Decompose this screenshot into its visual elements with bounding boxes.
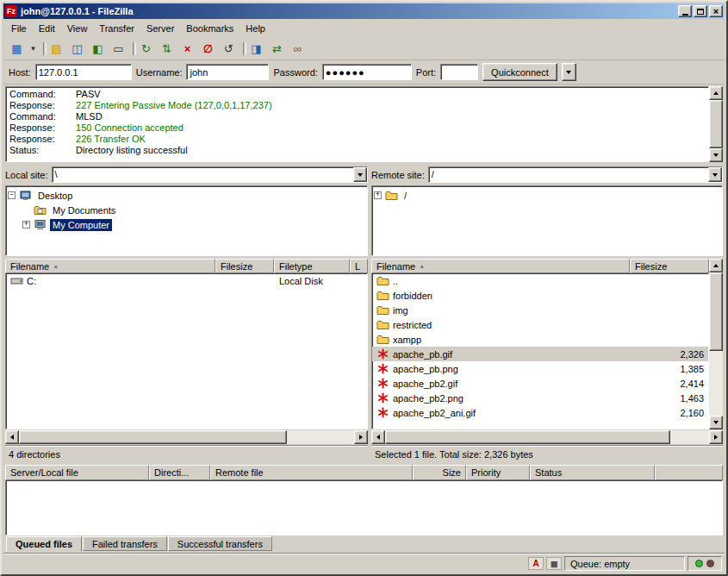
process-queue-button[interactable]: ⇅ bbox=[157, 40, 177, 58]
scrollbar-track[interactable] bbox=[709, 100, 723, 148]
toggle-tree-view-button[interactable]: ◫ bbox=[67, 40, 87, 58]
file-row[interactable]: apache_pb2.png 1,463 bbox=[372, 391, 708, 405]
column-header[interactable]: Filetype bbox=[274, 259, 350, 273]
remote-site-label: Remote site: bbox=[371, 170, 425, 180]
file-row[interactable]: apache_pb.png 1,385 bbox=[372, 361, 708, 376]
remote-vertical-scrollbar[interactable] bbox=[709, 259, 723, 429]
reconnect-button[interactable]: ↺ bbox=[219, 40, 239, 58]
scroll-up-button[interactable] bbox=[709, 86, 723, 100]
queue-column-header[interactable] bbox=[655, 465, 723, 480]
host-input[interactable] bbox=[35, 64, 132, 80]
tree-item[interactable]: + / bbox=[374, 188, 720, 203]
file-row[interactable]: xampp bbox=[372, 332, 708, 347]
queue-tab[interactable]: Successful transfers bbox=[168, 536, 272, 551]
transfer-queue-list[interactable] bbox=[5, 480, 723, 535]
quickconnect-dropdown-button[interactable] bbox=[562, 63, 576, 81]
file-row[interactable]: forbidden bbox=[372, 288, 708, 303]
site-manager-dropdown[interactable]: ▼ bbox=[28, 40, 39, 58]
scrollbar-track[interactable] bbox=[709, 272, 723, 416]
scroll-left-button[interactable] bbox=[371, 430, 385, 444]
scrollbar-thumb[interactable] bbox=[19, 430, 287, 444]
menu-item[interactable]: View bbox=[61, 21, 94, 36]
column-header-label: Filename bbox=[376, 261, 415, 272]
queue-column-header[interactable]: Priority bbox=[466, 465, 530, 480]
queue-column-header[interactable]: Directi... bbox=[149, 465, 210, 480]
toggle-queue-button[interactable]: ▭ bbox=[109, 40, 128, 58]
menu-item[interactable]: Transfer bbox=[93, 21, 140, 36]
tree-expander[interactable]: - bbox=[8, 191, 16, 199]
remote-site-dropdown-button[interactable] bbox=[708, 167, 722, 182]
synchronized-browsing-button[interactable]: ⇄ bbox=[267, 40, 287, 58]
tree-expander[interactable]: + bbox=[374, 191, 382, 199]
quickconnect-button[interactable]: Quickconnect bbox=[482, 63, 557, 81]
scroll-down-button[interactable] bbox=[709, 148, 723, 162]
menu-item[interactable]: Help bbox=[240, 21, 271, 36]
maximize-button[interactable] bbox=[694, 5, 707, 17]
transfer-queue-header: Server/Local file Directi... Remote file… bbox=[5, 465, 723, 480]
tree-expander[interactable]: + bbox=[22, 221, 30, 229]
close-button[interactable]: × bbox=[709, 5, 723, 17]
local-horizontal-scrollbar[interactable] bbox=[5, 430, 368, 444]
find-files-button[interactable]: ∞ bbox=[288, 40, 308, 58]
queue-column-header[interactable]: Remote file bbox=[210, 465, 413, 480]
scroll-up-button[interactable] bbox=[709, 259, 723, 272]
local-site-dropdown-button[interactable] bbox=[353, 167, 367, 182]
queue-tab[interactable]: Failed transfers bbox=[83, 536, 167, 551]
queue-column-header[interactable]: Size bbox=[413, 465, 466, 480]
menu-item[interactable]: Edit bbox=[33, 21, 61, 36]
scrollbar-thumb[interactable] bbox=[709, 100, 723, 148]
directory-comparison-button[interactable]: ◨ bbox=[246, 40, 266, 58]
column-header[interactable]: Filesize bbox=[630, 259, 709, 273]
file-row[interactable]: img bbox=[372, 303, 708, 317]
menu-item[interactable]: File bbox=[5, 21, 33, 36]
log-scrollbar[interactable] bbox=[709, 86, 723, 162]
tree-item[interactable]: My Documents bbox=[8, 203, 365, 217]
menu-item[interactable]: Bookmarks bbox=[180, 21, 240, 36]
scroll-down-button[interactable] bbox=[709, 416, 723, 429]
refresh-button[interactable]: ↻ bbox=[136, 40, 156, 58]
scrollbar-thumb[interactable] bbox=[709, 272, 723, 351]
scrollbar-thumb[interactable] bbox=[385, 430, 670, 444]
tree-item[interactable]: - Desktop bbox=[8, 188, 365, 203]
remote-file-list[interactable]: .. forbidden bbox=[371, 273, 709, 429]
scroll-right-button[interactable] bbox=[709, 430, 723, 444]
queue-column-header[interactable]: Server/Local file bbox=[5, 465, 149, 480]
toggle-local-pane-button[interactable]: ◧ bbox=[88, 40, 108, 58]
column-header[interactable]: Filesize bbox=[215, 259, 274, 273]
site-manager-button[interactable]: ▦ bbox=[7, 40, 27, 58]
local-file-list[interactable]: C: Local Disk bbox=[5, 273, 368, 429]
remote-horizontal-scrollbar[interactable] bbox=[371, 430, 723, 444]
queue-column-header[interactable]: Status bbox=[530, 465, 655, 480]
file-row[interactable]: restricted bbox=[372, 317, 708, 332]
file-row[interactable]: apache_pb.gif 2,326 bbox=[372, 347, 708, 361]
scroll-right-button[interactable] bbox=[354, 430, 368, 444]
toggle-message-log-button[interactable]: ▤ bbox=[47, 40, 66, 58]
column-header[interactable]: L bbox=[350, 259, 368, 273]
column-header[interactable]: Filename▲ bbox=[371, 259, 630, 273]
minimize-button[interactable] bbox=[678, 5, 692, 17]
remote-site-combobox[interactable]: / bbox=[428, 166, 723, 183]
toolbar-separator[interactable] bbox=[40, 40, 46, 58]
username-input[interactable] bbox=[186, 64, 269, 80]
cancel-button[interactable]: × bbox=[177, 40, 197, 58]
scrollbar-track[interactable] bbox=[19, 430, 354, 444]
file-row[interactable]: apache_pb2_ani.gif 2,160 bbox=[372, 405, 708, 420]
file-name: apache_pb.gif bbox=[393, 349, 452, 360]
file-row[interactable]: C: Local Disk bbox=[6, 273, 367, 288]
toolbar-separator[interactable] bbox=[129, 40, 135, 58]
queue-tab[interactable]: Queued files bbox=[6, 536, 82, 552]
disconnect-button[interactable]: ∅ bbox=[198, 40, 218, 58]
menu-item[interactable]: Server bbox=[140, 21, 180, 36]
tree-item[interactable]: + My Computer bbox=[8, 217, 365, 232]
column-header[interactable]: Filename▲ bbox=[5, 259, 215, 273]
local-directory-tree: - Desktop bbox=[5, 185, 368, 256]
password-input[interactable] bbox=[322, 64, 412, 80]
scrollbar-track[interactable] bbox=[385, 430, 709, 444]
toolbar-separator[interactable] bbox=[240, 40, 246, 58]
port-input[interactable] bbox=[440, 64, 478, 80]
file-row[interactable]: .. bbox=[372, 273, 708, 288]
file-row[interactable]: apache_pb2.gif 2,414 bbox=[372, 376, 708, 391]
title-bar[interactable]: Fz john@127.0.0.1 - FileZilla × bbox=[3, 3, 725, 19]
local-site-combobox[interactable]: \ bbox=[52, 166, 368, 183]
scroll-left-button[interactable] bbox=[5, 430, 19, 444]
